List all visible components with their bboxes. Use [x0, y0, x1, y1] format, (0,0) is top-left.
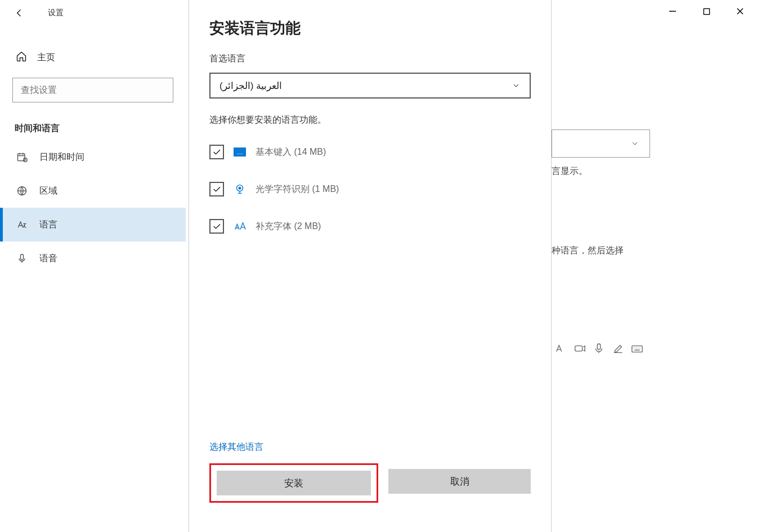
- sidebar-item-label: 语音: [39, 253, 57, 265]
- checkbox[interactable]: [209, 145, 224, 159]
- home-label: 主页: [37, 52, 55, 64]
- checkbox[interactable]: [209, 182, 224, 196]
- svg-rect-16: [235, 151, 236, 153]
- globe-icon: [16, 185, 28, 196]
- close-button[interactable]: [723, 0, 757, 23]
- tts-icon: [574, 342, 586, 355]
- svg-rect-9: [235, 149, 236, 150]
- background-text-2: 种语言，然后选择: [552, 245, 650, 257]
- sidebar-category: 时间和语言: [0, 102, 186, 140]
- svg-point-24: [239, 187, 241, 189]
- sidebar-item-speech[interactable]: 语音: [0, 242, 186, 275]
- option-label: 补充字体 (2 MB): [256, 221, 321, 233]
- option-label: 光学字符识别 (1 MB): [256, 184, 339, 195]
- cancel-button[interactable]: 取消: [388, 469, 531, 494]
- keyboard-icon: [233, 147, 247, 157]
- mic-small-icon: [593, 342, 605, 355]
- svg-rect-20: [241, 151, 243, 153]
- svg-rect-21: [243, 151, 244, 153]
- microphone-icon: [16, 253, 28, 264]
- sidebar: 主页 时间和语言 日期和时间 区域 语言 语音: [0, 34, 186, 275]
- preferred-language-label: 首选语言: [209, 53, 531, 65]
- back-button[interactable]: [10, 7, 28, 19]
- svg-rect-6: [597, 344, 601, 350]
- home-icon: [16, 51, 27, 64]
- home-link[interactable]: 主页: [0, 45, 186, 72]
- dialog-title: 安装语言功能: [209, 18, 531, 38]
- sidebar-item-label: 语言: [39, 219, 57, 231]
- svg-rect-15: [244, 149, 245, 150]
- svg-rect-0: [704, 8, 709, 14]
- checkbox[interactable]: [209, 219, 224, 234]
- background-content: 言显示。 种语言，然后选择: [552, 129, 650, 257]
- option-basic-typing[interactable]: 基本键入 (14 MB): [209, 137, 531, 167]
- dialog-buttons: 安装 取消: [209, 463, 531, 532]
- sidebar-item-label: 日期和时间: [39, 151, 84, 163]
- selected-language: العربية (الجزائر): [220, 80, 282, 92]
- option-ocr[interactable]: 光学字符识别 (1 MB): [209, 175, 531, 204]
- sidebar-item-datetime[interactable]: 日期和时间: [0, 140, 186, 174]
- svg-rect-22: [236, 154, 244, 155]
- install-highlight: 安装: [209, 463, 378, 503]
- svg-rect-11: [238, 149, 239, 150]
- language-dropdown[interactable]: العربية (الجزائر): [209, 73, 531, 99]
- chevron-down-icon: [630, 139, 639, 148]
- handwriting-icon: [612, 342, 624, 355]
- language-icon: [16, 219, 28, 230]
- svg-rect-12: [239, 149, 240, 150]
- svg-rect-10: [236, 149, 238, 150]
- chevron-down-icon: [512, 81, 521, 90]
- svg-rect-18: [238, 151, 239, 153]
- sidebar-item-region[interactable]: 区域: [0, 174, 186, 208]
- svg-rect-14: [243, 149, 244, 150]
- select-other-language-link[interactable]: 选择其他语言: [209, 441, 531, 453]
- search-input[interactable]: [21, 85, 165, 95]
- keyboard-small-icon: [631, 342, 643, 355]
- calendar-clock-icon: [16, 151, 28, 163]
- sidebar-item-label: 区域: [39, 185, 57, 197]
- dialog-instruction: 选择你想要安装的语言功能。: [209, 114, 531, 126]
- svg-rect-7: [632, 346, 642, 352]
- font-icon: [233, 220, 247, 233]
- minimize-button[interactable]: [656, 0, 689, 23]
- maximize-button[interactable]: [689, 0, 723, 23]
- background-text-1: 言显示。: [552, 166, 650, 177]
- svg-rect-19: [240, 151, 241, 153]
- ocr-icon: [233, 183, 247, 195]
- svg-rect-17: [237, 151, 238, 153]
- window-title: 设置: [48, 8, 64, 18]
- language-small-icon: [554, 342, 567, 355]
- option-fonts[interactable]: 补充字体 (2 MB): [209, 212, 531, 241]
- svg-rect-4: [21, 254, 24, 260]
- window-controls: [656, 0, 757, 23]
- option-label: 基本键入 (14 MB): [256, 146, 326, 158]
- svg-rect-5: [575, 346, 583, 351]
- install-language-dialog: 安装语言功能 首选语言 العربية (الجزائر) 选择你想要安装的语言…: [189, 0, 552, 532]
- sidebar-item-language[interactable]: 语言: [0, 208, 186, 242]
- background-dropdown[interactable]: [552, 129, 650, 158]
- svg-rect-13: [241, 149, 242, 150]
- install-button[interactable]: 安装: [217, 471, 371, 495]
- feature-icons-row: [554, 342, 643, 355]
- search-box[interactable]: [12, 78, 173, 102]
